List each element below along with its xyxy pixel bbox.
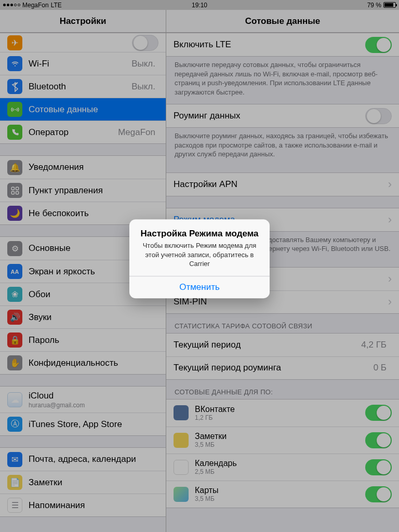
alert-dialog: Настройка Режима модема Чтобы включить Р…	[129, 219, 270, 298]
alert-title: Настройка Режима модема	[138, 229, 261, 239]
alert-cancel-button[interactable]: Отменить	[129, 276, 270, 298]
alert-message: Чтобы включить Режим модема для этой уче…	[138, 241, 261, 269]
